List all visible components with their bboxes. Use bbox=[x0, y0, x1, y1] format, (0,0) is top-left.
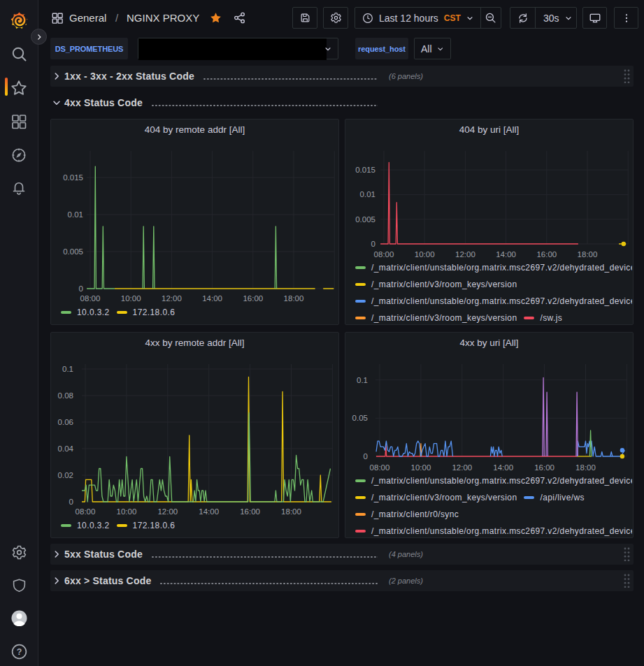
svg-text:0: 0 bbox=[371, 240, 375, 248]
svg-text:0.06: 0.06 bbox=[58, 418, 73, 426]
svg-text:08:00: 08:00 bbox=[76, 507, 96, 516]
svg-text:18:00: 18:00 bbox=[281, 507, 301, 516]
svg-text:08:00: 08:00 bbox=[370, 463, 390, 472]
svg-text:0.02: 0.02 bbox=[58, 471, 73, 479]
svg-text:16:00: 16:00 bbox=[536, 250, 557, 259]
svg-text:0.015: 0.015 bbox=[355, 166, 375, 174]
svg-text:0: 0 bbox=[69, 498, 73, 506]
svg-text:0.01: 0.01 bbox=[68, 210, 83, 219]
svg-text:18:00: 18:00 bbox=[578, 250, 598, 259]
svg-text:08:00: 08:00 bbox=[374, 250, 394, 259]
svg-text:16:00: 16:00 bbox=[534, 463, 554, 472]
svg-text:0: 0 bbox=[364, 452, 368, 461]
svg-text:14:00: 14:00 bbox=[493, 463, 513, 472]
svg-text:14:00: 14:00 bbox=[202, 294, 222, 303]
svg-text:18:00: 18:00 bbox=[284, 294, 304, 303]
svg-text:0.005: 0.005 bbox=[355, 215, 375, 224]
svg-text:12:00: 12:00 bbox=[452, 463, 472, 472]
svg-text:12:00: 12:00 bbox=[157, 507, 178, 516]
svg-text:0.005: 0.005 bbox=[63, 247, 83, 256]
svg-text:12:00: 12:00 bbox=[455, 250, 475, 259]
svg-text:18:00: 18:00 bbox=[575, 463, 596, 472]
svg-text:14:00: 14:00 bbox=[496, 250, 516, 259]
svg-text:10:00: 10:00 bbox=[415, 250, 435, 259]
svg-text:10:00: 10:00 bbox=[411, 463, 431, 472]
svg-text:0.1: 0.1 bbox=[62, 365, 73, 373]
svg-text:0: 0 bbox=[79, 284, 83, 293]
svg-text:0.04: 0.04 bbox=[58, 444, 74, 453]
svg-text:0.1: 0.1 bbox=[357, 376, 368, 384]
svg-text:14:00: 14:00 bbox=[199, 507, 219, 516]
svg-text:0.01: 0.01 bbox=[360, 190, 375, 198]
svg-text:0.015: 0.015 bbox=[63, 173, 83, 182]
svg-text:16:00: 16:00 bbox=[243, 294, 263, 303]
svg-text:08:00: 08:00 bbox=[80, 294, 101, 303]
svg-text:0.05: 0.05 bbox=[352, 414, 368, 422]
svg-text:?: ? bbox=[17, 647, 22, 657]
svg-text:10:00: 10:00 bbox=[117, 507, 137, 516]
svg-text:0.08: 0.08 bbox=[58, 391, 73, 400]
svg-text:10:00: 10:00 bbox=[121, 294, 141, 303]
svg-text:16:00: 16:00 bbox=[240, 507, 260, 516]
svg-text:12:00: 12:00 bbox=[162, 294, 182, 303]
